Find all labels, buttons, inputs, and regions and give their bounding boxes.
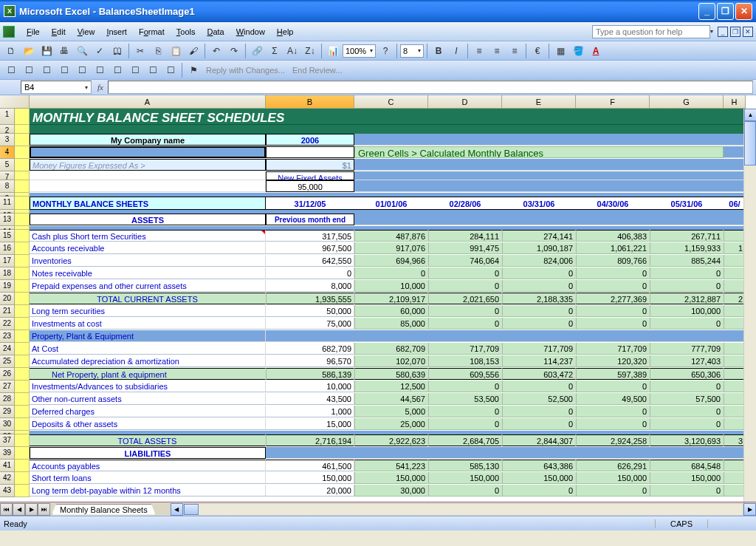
cell-val[interactable]: 60,000	[354, 305, 428, 317]
row-37-head[interactable]: 37	[0, 434, 15, 447]
doc-minimize-button[interactable]: _	[718, 27, 728, 37]
row-23-head[interactable]: 23	[0, 330, 15, 343]
currency-icon[interactable]: €	[529, 43, 546, 59]
review-icon-4[interactable]: ☐	[56, 62, 72, 78]
active-cell-B4[interactable]	[30, 146, 266, 158]
cell-val[interactable]: 274,141	[502, 230, 576, 242]
cell-val[interactable]: 0	[428, 305, 502, 317]
cell-val[interactable]: 0	[650, 267, 724, 279]
cell-val[interactable]: 8,000	[266, 280, 354, 292]
cell-val[interactable]: 102,070	[354, 355, 428, 367]
cell-val[interactable]: 0	[576, 485, 650, 496]
cell-val[interactable]: 586,139	[266, 368, 354, 380]
menu-view[interactable]: View	[72, 25, 101, 38]
cell-val[interactable]: 824,006	[502, 255, 576, 267]
row-4-head[interactable]: 4	[0, 146, 15, 159]
cell-val[interactable]: 885,244	[650, 255, 724, 267]
print-icon[interactable]: 🖶	[56, 43, 72, 59]
open-icon[interactable]: 📂	[21, 43, 37, 59]
paste-icon[interactable]: 📋	[168, 43, 184, 59]
cell-val[interactable]: 150,000	[354, 472, 428, 484]
tab-next-icon[interactable]: ▶	[25, 503, 38, 516]
align-center-icon[interactable]: ≡	[489, 43, 505, 59]
cell-val[interactable]: 30,000	[354, 485, 428, 496]
row-1-head[interactable]: 1	[0, 109, 15, 125]
cell-val[interactable]: 15,000	[266, 418, 354, 430]
row-8-head[interactable]: 8	[0, 180, 15, 193]
cell-val[interactable]: 991,475	[428, 242, 502, 254]
cell-val[interactable]: 0	[428, 318, 502, 330]
cell-val[interactable]: 809,766	[576, 255, 650, 267]
cell-val[interactable]: 461,500	[266, 460, 354, 471]
cell-val[interactable]: 1,159,933	[650, 242, 724, 254]
cell-val[interactable]: 0	[502, 485, 576, 496]
review-icon-3[interactable]: ☐	[38, 62, 55, 78]
cell-val[interactable]: 52,500	[502, 393, 576, 405]
row-30-head[interactable]: 30	[0, 418, 15, 431]
cell-val[interactable]: 114,237	[502, 355, 576, 367]
cell-val[interactable]: 917,076	[354, 242, 428, 254]
row-3-head[interactable]: 3	[0, 134, 15, 146]
cell-val[interactable]: 597,389	[576, 368, 650, 380]
col-A[interactable]: A	[30, 95, 266, 109]
hscroll-track[interactable]	[183, 503, 743, 516]
review-icon-1[interactable]: ☐	[3, 62, 19, 78]
cell-val[interactable]: 0	[502, 318, 576, 330]
cell-val[interactable]: 684,548	[650, 460, 724, 471]
cell-val[interactable]: 694,966	[354, 255, 428, 267]
row-41-head[interactable]: 41	[0, 460, 15, 472]
save-icon[interactable]: 💾	[38, 43, 55, 59]
cell-val[interactable]: 0	[576, 267, 650, 279]
cell-val[interactable]: 0	[576, 406, 650, 417]
menu-help[interactable]: Help	[271, 25, 300, 38]
col-C[interactable]: C	[354, 95, 428, 109]
row-21-head[interactable]: 21	[0, 305, 15, 318]
row-2-head[interactable]: 2	[0, 125, 15, 134]
row-28-head[interactable]: 28	[0, 393, 15, 406]
cell-val[interactable]: 0	[576, 318, 650, 330]
cell-val[interactable]: 717,709	[428, 343, 502, 355]
money-figures-val[interactable]: $1	[266, 159, 354, 171]
menu-window[interactable]: Window	[230, 25, 271, 38]
new-fixed-assets-val[interactable]: 95,000	[266, 180, 354, 192]
bold-icon[interactable]: B	[430, 43, 447, 59]
fill-color-icon[interactable]: 🪣	[570, 43, 586, 59]
cell-val[interactable]: 1	[724, 242, 746, 254]
tab-first-icon[interactable]: ⏮	[0, 503, 13, 516]
cell-val[interactable]: 0	[428, 267, 502, 279]
row-26-head[interactable]: 26	[0, 368, 15, 381]
format-painter-icon[interactable]: 🖌	[185, 43, 202, 59]
cell-val[interactable]: 3,120,693	[650, 434, 724, 446]
zoom-select[interactable]: 100%▾	[343, 44, 376, 58]
row-17-head[interactable]: 17	[0, 255, 15, 267]
row-22-head[interactable]: 22	[0, 318, 15, 330]
cell-val[interactable]: 717,709	[502, 343, 576, 355]
borders-icon[interactable]: ▦	[552, 43, 568, 59]
select-all-corner[interactable]	[0, 95, 30, 109]
cell-val[interactable]: 642,550	[266, 255, 354, 267]
menu-tools[interactable]: Tools	[171, 25, 202, 38]
cell-val[interactable]: 2	[724, 293, 746, 304]
cell-val[interactable]: 603,472	[502, 368, 576, 380]
cell-val[interactable]: 108,153	[428, 355, 502, 367]
font-size-select[interactable]: 8▾	[400, 44, 424, 58]
help-dropdown-icon[interactable]: ▾	[710, 28, 713, 35]
row-27-head[interactable]: 27	[0, 381, 15, 393]
row-16-head[interactable]: 16	[0, 242, 15, 255]
copy-icon[interactable]: ⎘	[150, 43, 166, 59]
help-icon[interactable]: ?	[377, 43, 394, 59]
cell-val[interactable]: 150,000	[576, 472, 650, 484]
cell-val[interactable]: 541,223	[354, 460, 428, 471]
cell-val[interactable]: 44,567	[354, 393, 428, 405]
cell-val[interactable]: 609,556	[428, 368, 502, 380]
menu-edit[interactable]: Edit	[46, 25, 72, 38]
menu-format[interactable]: Format	[133, 25, 171, 38]
row-15-head[interactable]: 15	[0, 230, 15, 242]
cell-val[interactable]: 150,000	[266, 472, 354, 484]
cell-val[interactable]: 2,109,917	[354, 293, 428, 304]
hscroll-right-icon[interactable]: ▶	[743, 503, 756, 516]
cell-val[interactable]: 267,711	[650, 230, 724, 242]
company-name-cell[interactable]: My Company name	[30, 134, 266, 146]
review-icon-5[interactable]: ☐	[74, 62, 90, 78]
cell-val[interactable]: 0	[650, 406, 724, 417]
